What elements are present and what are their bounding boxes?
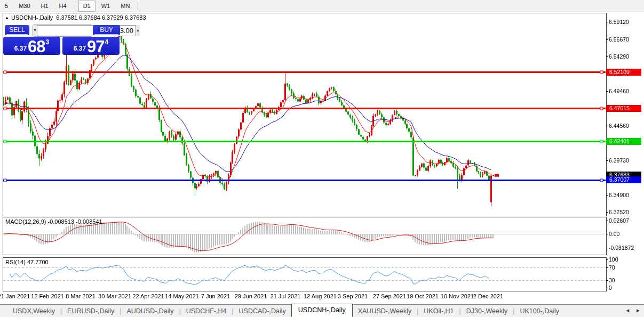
price-axis-label: 6.54290 bbox=[609, 53, 629, 60]
price-axis-label: 6.59120 bbox=[609, 19, 629, 25]
price-axis-label: 6.32520 bbox=[609, 209, 629, 215]
date-axis-label: 12 Aug 2021 bbox=[304, 293, 337, 299]
symbol-tab-usdchf-h4[interactable]: USDCHF-,H4 bbox=[181, 306, 232, 316]
level-price-badge: 6.52109 bbox=[606, 69, 641, 76]
symbol-tab-eurusd-daily[interactable]: EURUSD-,Daily bbox=[62, 306, 120, 316]
date-axis-label: 14 May 2021 bbox=[165, 293, 199, 299]
sell-underline bbox=[6, 34, 28, 35]
buy-price-display[interactable]: 6.37 97 4 bbox=[62, 37, 120, 55]
symbol-tab-uk100-daily[interactable]: UK100-,Daily bbox=[514, 306, 565, 316]
buy-underline bbox=[94, 34, 118, 35]
symbol-tab-audusd-daily[interactable]: AUDUSD-,Daily bbox=[121, 306, 179, 316]
rsi-axis-label: 70 bbox=[609, 264, 615, 271]
buy-price-prefix: 6.37 bbox=[74, 45, 86, 52]
volume-stepper: ▼ ▲ bbox=[33, 25, 92, 37]
price-axis-label: 6.56670 bbox=[609, 36, 629, 43]
tab-scroll-arrows: ◄ ► bbox=[625, 307, 641, 313]
rsi-axis-label: 100 bbox=[609, 256, 618, 263]
sell-price-prefix: 6.37 bbox=[14, 45, 27, 52]
sell-price-big: 68 bbox=[28, 39, 45, 55]
date-axis-label: 29 Jun 2021 bbox=[235, 293, 267, 299]
volume-increase-icon[interactable]: ▲ bbox=[136, 25, 140, 36]
tab-scroll-left-icon[interactable]: ◄ bbox=[625, 307, 630, 313]
symbol-tab-usdx-weekly[interactable]: USDX,Weekly bbox=[7, 306, 60, 316]
price-axis-label: 6.34900 bbox=[609, 192, 629, 198]
level-price-badge: 6.42401 bbox=[606, 138, 641, 145]
symbol-tab-dj30-weekly[interactable]: DJ30-,Weekly bbox=[461, 306, 513, 316]
sell-button[interactable]: SELL bbox=[5, 25, 29, 35]
date-axis-label: 7 Jun 2021 bbox=[201, 293, 230, 299]
rsi-axis-label: 30 bbox=[609, 277, 615, 283]
date-axis-label: 10 Nov 2021 bbox=[441, 293, 474, 299]
macd-axis-label: 0.00 bbox=[609, 231, 619, 237]
trading-terminal-window: 5M30H1H4D1W1MN ▲USDCNH-,Daily 6.37581 6.… bbox=[0, 0, 644, 317]
date-axis-label: 8 Mar 2021 bbox=[66, 293, 96, 299]
date-axis-label: 19 Oct 2021 bbox=[407, 293, 439, 299]
sell-price-sup: 3 bbox=[46, 38, 50, 46]
one-click-trade-widget: SELL ▼ ▲ BUY 6.37 68 3 6.37 97 4 bbox=[3, 23, 122, 55]
tab-scroll-right-icon[interactable]: ► bbox=[635, 307, 641, 313]
symbol-tab-ukoil-h1[interactable]: UKOil-,H1 bbox=[418, 306, 459, 316]
volume-decrease-icon[interactable]: ▼ bbox=[33, 25, 37, 36]
rsi-label: RSI(14) 47.7700 bbox=[5, 259, 49, 265]
price-axis-label: 6.49460 bbox=[609, 88, 629, 94]
price-axis-label: 6.39730 bbox=[609, 157, 629, 164]
date-axis-label: 3 Sep 2021 bbox=[338, 293, 368, 299]
date-axis-label: 30 Mar 2021 bbox=[98, 293, 131, 299]
level-price-badge: 6.47015 bbox=[606, 105, 641, 112]
level-price-badge: 6.37007 bbox=[606, 176, 641, 183]
symbol-tab-xauusd-weekly[interactable]: XAUUSD-,Weekly bbox=[353, 306, 417, 316]
macd-axis-label: -0.031872 bbox=[609, 245, 634, 251]
macd-axis-label: 0.02607 bbox=[609, 217, 629, 224]
date-axis-label: 21 Jul 2021 bbox=[271, 293, 301, 299]
collapse-chart-icon[interactable]: ▲ bbox=[5, 15, 9, 20]
sell-button-label: SELL bbox=[9, 26, 25, 34]
chart-header: ▲USDCNH-,Daily 6.37581 6.37684 6.37529 6… bbox=[5, 14, 146, 21]
date-axis-label: 2 Dec 2021 bbox=[473, 293, 503, 299]
chart-symbol-title: USDCNH-,Daily bbox=[11, 14, 53, 21]
sell-price-display[interactable]: 6.37 68 3 bbox=[3, 37, 60, 55]
rsi-axis-label: 0 bbox=[609, 285, 612, 291]
date-axis-label: 21 Jan 2021 bbox=[0, 293, 30, 299]
symbol-tab-usdcnh-daily[interactable]: USDCNH-,Daily bbox=[291, 304, 353, 317]
macd-label: MACD(12,26,9) -0.008513 -0.008541 bbox=[5, 218, 102, 225]
symbol-tab-usdcad-daily[interactable]: USDCAD-,Daily bbox=[234, 306, 291, 316]
symbol-tab-bar: USDX,Weekly|EURUSD-,Daily|AUDUSD-,Daily|… bbox=[0, 304, 644, 317]
buy-button-label: BUY bbox=[100, 26, 113, 34]
date-axis-label: 22 Apr 2021 bbox=[132, 293, 164, 299]
chart-ohlc-values: 6.37581 6.37684 6.37529 6.37683 bbox=[56, 14, 146, 21]
volume-input[interactable] bbox=[37, 25, 136, 36]
date-axis-label: 12 Feb 2021 bbox=[31, 293, 64, 299]
price-axis-label: 6.44560 bbox=[609, 123, 629, 129]
date-axis-label: 27 Sep 2021 bbox=[373, 293, 406, 299]
buy-price-big: 97 bbox=[87, 39, 104, 55]
buy-button[interactable]: BUY bbox=[93, 25, 120, 35]
buy-price-sup: 4 bbox=[105, 38, 109, 46]
